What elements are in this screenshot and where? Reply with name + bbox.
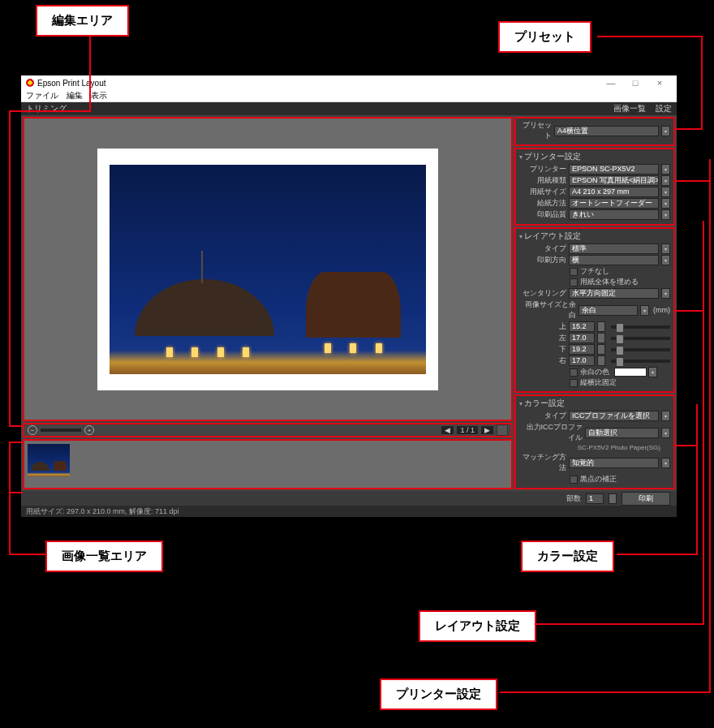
- callout-color: カラー設定: [521, 541, 614, 572]
- menu-view[interactable]: 表示: [91, 90, 107, 101]
- app-window: Epson Print Layout — □ × ファイル 編集 表示 トリミン…: [21, 75, 677, 517]
- zoom-slider[interactable]: [41, 429, 81, 432]
- chevron-down-icon[interactable]: ▾: [661, 243, 670, 254]
- callout-image-list: 画像一覧エリア: [45, 541, 163, 572]
- zoom-out-icon[interactable]: −: [28, 425, 37, 435]
- color-type-select[interactable]: ICCプロファイルを選択: [569, 411, 659, 421]
- toolbar-trimming[interactable]: トリミング: [26, 103, 67, 114]
- chevron-down-icon[interactable]: ▾: [661, 288, 670, 299]
- next-page-button[interactable]: ▶: [481, 426, 493, 434]
- chevron-down-icon[interactable]: ▾: [661, 255, 670, 265]
- footer: 部数 1 印刷: [21, 491, 677, 506]
- fill-paper-checkbox[interactable]: [570, 278, 578, 286]
- callout-edit-area: 編集エリア: [36, 5, 129, 37]
- matching-select[interactable]: 知覚的: [569, 458, 659, 468]
- profile-note: SC-PX5V2 Photo Paper(SG): [519, 444, 660, 451]
- printer-settings-panel: プリンター設定 プリンターEPSON SC-PX5V2▾ 用紙種類EPSON 写…: [514, 148, 675, 226]
- centering-select[interactable]: 水平方向固定: [569, 288, 659, 299]
- size-margin-select[interactable]: 余白: [579, 305, 638, 316]
- print-button[interactable]: 印刷: [622, 492, 670, 506]
- maximize-button[interactable]: □: [623, 78, 647, 88]
- layout-type-select[interactable]: 標準: [569, 243, 659, 254]
- callout-layout: レイアウト設定: [419, 610, 536, 642]
- preset-panel: プリセット A4横位置 ▾: [514, 117, 675, 146]
- margin-top-spinner[interactable]: [597, 321, 605, 332]
- preset-label: プリセット: [519, 120, 552, 141]
- menubar: ファイル 編集 表示: [21, 90, 677, 102]
- window-title: Epson Print Layout: [37, 79, 106, 88]
- margin-bottom-input[interactable]: 19.2: [569, 344, 595, 355]
- chevron-down-icon[interactable]: ▾: [661, 428, 670, 438]
- callout-preset: プリセット: [498, 21, 591, 53]
- menu-edit[interactable]: 編集: [67, 90, 83, 101]
- paper-preview: [97, 149, 438, 390]
- right-column: プリセット A4横位置 ▾ プリンター設定 プリンターEPSON SC-PX5V…: [514, 117, 675, 489]
- paper-size-select[interactable]: A4 210 x 297 mm: [569, 187, 659, 197]
- margin-left-spinner[interactable]: [597, 333, 605, 343]
- margin-top-input[interactable]: 15.2: [569, 321, 595, 332]
- printer-select[interactable]: EPSON SC-PX5V2: [569, 164, 659, 174]
- preset-select[interactable]: A4横位置: [554, 126, 659, 136]
- chevron-down-icon[interactable]: ▾: [661, 175, 670, 186]
- close-button[interactable]: ×: [647, 78, 672, 88]
- toolbar-image-list[interactable]: 画像一覧: [613, 103, 646, 114]
- margin-right-slider[interactable]: [611, 360, 670, 363]
- copies-label: 部数: [566, 493, 581, 504]
- margin-left-slider[interactable]: [611, 337, 670, 340]
- status-text: 用紙サイズ: 297.0 x 210.0 mm, 解像度: 711 dpi: [26, 506, 179, 517]
- black-point-checkbox[interactable]: [570, 476, 578, 484]
- paper-source-select[interactable]: オートシートフィーダー: [569, 198, 659, 209]
- minimize-button[interactable]: —: [599, 78, 623, 88]
- layout-settings-panel: レイアウト設定 タイプ標準▾ 印刷方向横▾ フチなし 用紙全体を埋める センタリ…: [514, 227, 675, 393]
- menu-file[interactable]: ファイル: [26, 90, 58, 101]
- zoom-bar: − + ◀ 1 / 1 ▶: [23, 423, 513, 437]
- chevron-down-icon[interactable]: ▾: [661, 411, 670, 421]
- print-quality-select[interactable]: きれい: [569, 209, 659, 220]
- chevron-down-icon[interactable]: ▾: [640, 305, 649, 316]
- margin-left-input[interactable]: 17.0: [569, 333, 595, 343]
- copies-spinner[interactable]: [609, 493, 617, 504]
- margin-color-swatch[interactable]: [614, 368, 647, 377]
- chevron-down-icon[interactable]: ▾: [661, 187, 670, 197]
- app-icon: [26, 79, 34, 87]
- thumbnail-strip: [23, 439, 513, 489]
- output-icc-select[interactable]: 自動選択: [585, 428, 659, 438]
- zoom-in-icon[interactable]: +: [84, 425, 94, 435]
- toolbar-settings[interactable]: 設定: [656, 103, 672, 114]
- color-settings-panel: カラー設定 タイプICCプロファイルを選択▾ 出力ICCプロファイル自動選択▾ …: [514, 394, 675, 489]
- preview-area[interactable]: [23, 117, 513, 421]
- orientation-select[interactable]: 横: [569, 255, 659, 265]
- toolbar: トリミング 画像一覧 設定: [21, 102, 677, 115]
- callout-printer: プリンター設定: [380, 678, 497, 710]
- photo-preview: [110, 165, 426, 374]
- margin-bottom-spinner[interactable]: [597, 344, 605, 355]
- page-indicator: 1 / 1: [457, 426, 478, 434]
- printer-panel-title[interactable]: プリンター設定: [519, 151, 670, 162]
- media-type-select[interactable]: EPSON 写真用紙<絹目調>: [569, 175, 659, 186]
- chevron-down-icon[interactable]: ▾: [648, 367, 657, 377]
- status-bar: 用紙サイズ: 297.0 x 210.0 mm, 解像度: 711 dpi: [21, 506, 677, 517]
- prev-page-button[interactable]: ◀: [441, 426, 454, 434]
- margin-top-slider[interactable]: [611, 325, 670, 329]
- preset-dropdown-icon[interactable]: ▾: [661, 126, 670, 136]
- chevron-down-icon[interactable]: ▾: [661, 198, 670, 209]
- left-column: − + ◀ 1 / 1 ▶: [23, 117, 513, 489]
- copies-input[interactable]: 1: [586, 493, 604, 504]
- margin-color-checkbox[interactable]: [570, 368, 578, 377]
- rotate-button[interactable]: [497, 424, 508, 436]
- borderless-checkbox[interactable]: [570, 268, 578, 276]
- chevron-down-icon[interactable]: ▾: [661, 209, 670, 220]
- layout-panel-title[interactable]: レイアウト設定: [519, 230, 670, 242]
- thumbnail-1[interactable]: [28, 444, 70, 476]
- chevron-down-icon[interactable]: ▾: [661, 458, 670, 468]
- chevron-down-icon[interactable]: ▾: [661, 164, 670, 174]
- margin-right-spinner[interactable]: [597, 355, 605, 366]
- color-panel-title[interactable]: カラー設定: [519, 398, 670, 409]
- margin-right-input[interactable]: 17.0: [569, 355, 595, 366]
- aspect-lock-checkbox[interactable]: [570, 379, 578, 387]
- main-area: − + ◀ 1 / 1 ▶ プリセット A4横位置: [21, 115, 677, 491]
- margin-bottom-slider[interactable]: [611, 348, 670, 351]
- titlebar: Epson Print Layout — □ ×: [21, 75, 677, 90]
